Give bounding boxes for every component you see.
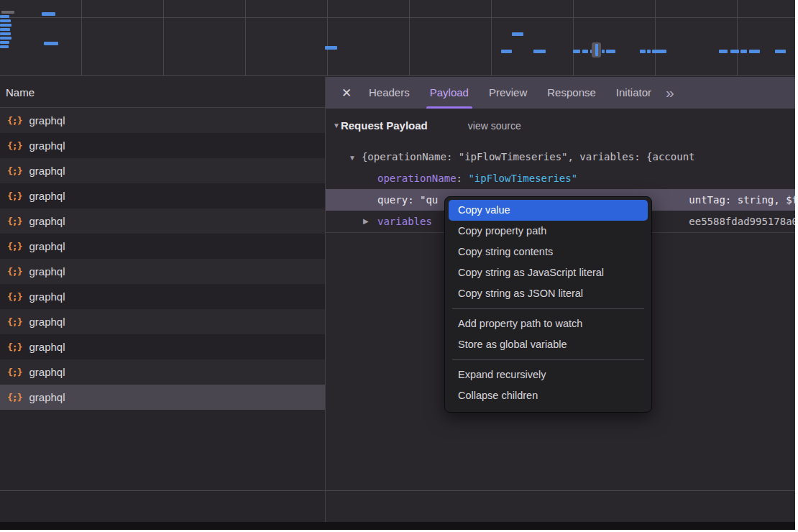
name-column-header[interactable]: Name <box>0 77 325 108</box>
overview-request-bar <box>0 45 9 48</box>
expand-triangle-icon[interactable]: ▼ <box>349 154 356 162</box>
request-name: graphql <box>29 316 65 328</box>
menu-item-copy-string-as-json-literal[interactable]: Copy string as JSON literal <box>445 283 651 304</box>
request-name: graphql <box>29 215 65 227</box>
overview-request-bar <box>0 15 9 18</box>
property-value: "ipFlowTimeseries" <box>468 173 577 184</box>
overview-request-bar <box>0 28 10 31</box>
overview-request-bar <box>325 46 337 50</box>
request-name: graphql <box>29 114 65 127</box>
request-name: graphql <box>29 190 65 202</box>
json-braces-icon: {;} <box>7 266 22 277</box>
json-braces-icon: {;} <box>7 367 22 377</box>
request-name: graphql <box>29 391 65 403</box>
overview-vertical-gridline <box>245 0 246 76</box>
json-braces-icon: {;} <box>7 341 22 352</box>
overview-request-bar <box>730 50 739 53</box>
property-key: variables <box>377 216 432 227</box>
request-name: graphql <box>29 265 65 278</box>
close-icon[interactable]: ✕ <box>334 77 359 109</box>
overview-vertical-gridline <box>573 0 574 76</box>
menu-item-copy-value[interactable]: Copy value <box>449 200 648 221</box>
tab-headers[interactable]: Headers <box>359 77 420 109</box>
json-braces-icon: {;} <box>7 241 22 252</box>
overview-request-bar <box>602 50 605 53</box>
overview-vertical-gridline <box>327 0 328 76</box>
menu-separator <box>452 308 644 309</box>
tab-response[interactable]: Response <box>537 77 606 109</box>
json-braces-icon: {;} <box>7 216 22 226</box>
key-separator: : <box>457 173 469 184</box>
request-row[interactable]: {;}graphql <box>0 158 325 183</box>
request-row[interactable]: {;}graphql <box>0 334 325 359</box>
details-tab-bar: ✕ HeadersPayloadPreviewResponseInitiator… <box>326 77 795 109</box>
menu-item-expand-recursively[interactable]: Expand recursively <box>445 364 651 385</box>
tab-preview[interactable]: Preview <box>479 77 537 109</box>
view-source-link[interactable]: view source <box>468 119 521 133</box>
overview-request-bar <box>501 50 512 53</box>
overview-selection-tick <box>595 44 598 56</box>
collapse-triangle-icon[interactable]: ▼ <box>333 119 340 133</box>
request-row[interactable]: {;}graphql <box>0 284 325 309</box>
overview-request-bar <box>0 19 11 22</box>
tab-payload[interactable]: Payload <box>420 77 479 109</box>
menu-item-copy-string-contents[interactable]: Copy string contents <box>445 242 651 262</box>
overview-vertical-gridline <box>491 0 492 76</box>
menu-item-store-as-global-variable[interactable]: Store as global variable <box>445 334 651 355</box>
overview-horizontal-gridline <box>0 17 795 18</box>
request-row[interactable]: {;}graphql <box>0 183 325 208</box>
overview-request-bar <box>573 50 580 53</box>
menu-separator <box>452 359 644 360</box>
request-name: graphql <box>29 341 65 353</box>
menu-item-copy-property-path[interactable]: Copy property path <box>445 221 651 242</box>
tab-initiator[interactable]: Initiator <box>606 77 661 109</box>
overview-request-bar <box>0 41 9 44</box>
overview-request-bar <box>512 32 523 36</box>
json-braces-icon: {;} <box>7 165 22 176</box>
json-braces-icon: {;} <box>7 115 22 126</box>
overview-request-bar <box>42 12 55 16</box>
overview-request-bar <box>652 50 666 53</box>
json-braces-icon: {;} <box>7 392 22 403</box>
tree-root-row[interactable]: ▼{operationName: "ipFlowTimeseries", var… <box>326 146 795 168</box>
overview-request-bar <box>582 50 588 53</box>
request-row[interactable]: {;}graphql <box>0 359 325 385</box>
variables-visible-right: ee5588fdad995178a0 <box>689 211 795 232</box>
request-name: graphql <box>29 290 65 303</box>
overview-request-bar <box>533 50 546 53</box>
request-list-panel: Name {;}graphql{;}graphql{;}graphql{;}gr… <box>0 77 326 522</box>
context-menu: Copy valueCopy property pathCopy string … <box>444 196 652 413</box>
query-visible-left: query: "qu <box>377 194 438 206</box>
overview-request-bar <box>719 50 728 53</box>
menu-item-copy-string-as-javascript-literal[interactable]: Copy string as JavaScript literal <box>445 262 651 283</box>
overview-request-bar <box>775 50 786 53</box>
request-row[interactable]: {;}graphql <box>0 385 325 410</box>
network-overview-timeline[interactable] <box>0 0 795 76</box>
expand-triangle-icon[interactable]: ▶ <box>363 211 369 232</box>
request-row[interactable]: {;}graphql <box>0 309 325 334</box>
tree-row-operationName[interactable]: operationName: "ipFlowTimeseries" <box>326 168 795 189</box>
request-row[interactable]: {;}graphql <box>0 259 325 284</box>
menu-item-add-property-path-to-watch[interactable]: Add property path to watch <box>445 313 651 334</box>
overview-vertical-gridline <box>81 0 82 76</box>
tabs-container: HeadersPayloadPreviewResponseInitiator <box>359 77 661 109</box>
overview-vertical-gridline <box>163 0 164 76</box>
request-name: graphql <box>29 165 65 177</box>
more-tabs-icon[interactable]: » <box>666 77 674 109</box>
network-main-split: Name {;}graphql{;}graphql{;}graphql{;}gr… <box>0 77 795 522</box>
devtools-window: Name {;}graphql{;}graphql{;}graphql{;}gr… <box>0 0 795 530</box>
overview-gray-bar <box>1 11 14 14</box>
request-row[interactable]: {;}graphql <box>0 108 325 133</box>
request-row[interactable]: {;}graphql <box>0 208 325 234</box>
json-braces-icon: {;} <box>7 191 22 201</box>
json-braces-icon: {;} <box>7 316 22 327</box>
menu-item-collapse-children[interactable]: Collapse children <box>445 385 651 406</box>
overview-request-bar <box>647 50 651 53</box>
overview-request-bar <box>44 42 58 45</box>
request-name: graphql <box>29 240 65 252</box>
json-braces-icon: {;} <box>7 140 22 151</box>
json-braces-icon: {;} <box>7 291 22 302</box>
request-row[interactable]: {;}graphql <box>0 133 325 158</box>
root-preview-text: {operationName: "ipFlowTimeseries", vari… <box>362 151 695 162</box>
request-row[interactable]: {;}graphql <box>0 234 325 259</box>
